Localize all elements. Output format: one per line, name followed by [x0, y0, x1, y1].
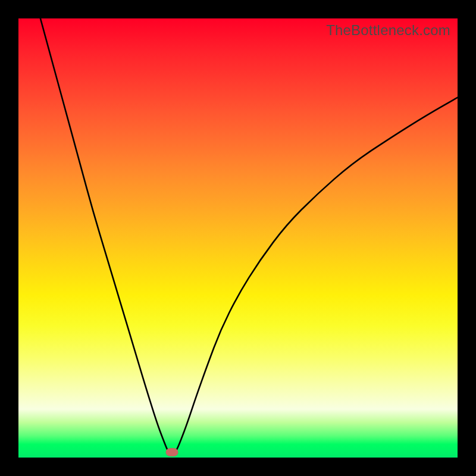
bottleneck-curve [18, 18, 458, 458]
plot-area: TheBottleneck.com [18, 18, 458, 458]
chart-frame: TheBottleneck.com [0, 0, 476, 476]
optimal-point-marker [166, 448, 178, 456]
